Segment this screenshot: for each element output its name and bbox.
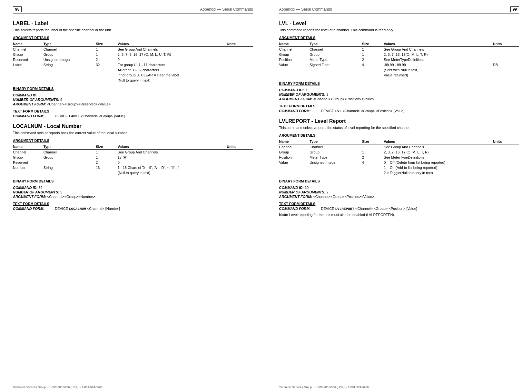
note-content: Level reporting for the unit must also b… <box>289 213 395 217</box>
lvl-arg-table: Name Type Size Values Units ChannelChann… <box>279 41 519 78</box>
label-binary-heading: BINARY FORM DETAILS <box>13 87 253 91</box>
table-row: ChannelChannel1See Group And Channels <box>13 47 253 52</box>
binary-arg-form-value2: <Channel><Group><Number> <box>47 195 95 199</box>
th-type-r1: Type <box>310 41 362 47</box>
localnum-binary-heading: BINARY FORM DETAILS <box>13 179 253 183</box>
page-right: Appendix — Serial Commands 99 LVL - Leve… <box>266 0 532 392</box>
page-footer-left: Technical Services Group ~ 1-800-283-593… <box>13 384 253 389</box>
cmd-keyword-localnum: LOCALNUM <box>69 207 86 211</box>
localnum-text-heading: TEXT FORM DETAILS <box>13 202 253 206</box>
page-title-right: Appendix — Serial Commands <box>279 7 332 12</box>
footer-text-right: Technical Services Group ~ 1-800-283-593… <box>279 386 369 389</box>
binary-arg-form-label: ARGUMENT FORM: <box>13 102 46 106</box>
table-row: Reserved20 <box>13 160 253 165</box>
binary-cmd-id-value-r2: 10 <box>305 186 309 190</box>
table-row: ReservedUnsigned Integer20 <box>13 57 253 62</box>
th-size-r1: Size <box>362 41 384 47</box>
text-form-value-r2: DEVICE LVLREPORT <Channel> <Group> <Posi… <box>321 207 417 211</box>
binary-num-args-label-r2: NUMBER OF ARGUMENTS: <box>279 190 326 194</box>
lvl-title: LVL - Level <box>279 21 519 26</box>
note-bold: Note: <box>279 213 289 217</box>
lvlreport-note: Note: Level reporting for the unit must … <box>279 213 519 217</box>
lvl-arg-heading: ARGUMENT DETAILS <box>279 36 519 40</box>
binary-cmd-id-value2: 59 <box>38 186 42 190</box>
th-values2: Values <box>118 144 227 150</box>
cmd-prefix-r1: DEVICE <box>321 109 335 113</box>
th-type: Type <box>44 41 96 47</box>
text-form-label-r2: COMMAND FORM: <box>279 207 321 211</box>
table-row: GroupGroup12, 3, 7, 9, 16, 17 (O, M, L, … <box>13 52 253 57</box>
page-header-right: Appendix — Serial Commands 99 <box>279 6 519 14</box>
label-arg-table: Name Type Size Values Units ChannelChann… <box>13 41 253 83</box>
binary-num-args-value2: 5 <box>60 190 62 194</box>
text-form-value: DEVICE LABEL <Channel> <Group> [Value] <box>55 114 125 118</box>
binary-arg-form-row-r1: ARGUMENT FORM: <Channel><Group><Position… <box>279 97 519 101</box>
lvlreport-binary-block: COMMAND ID: 10 NUMBER OF ARGUMENTS: 2 AR… <box>279 186 519 199</box>
binary-arg-form-row2: ARGUMENT FORM: <Channel><Group><Number> <box>13 195 253 199</box>
th-units2: Units <box>227 144 253 150</box>
localnum-text-form: COMMAND FORM: DEVICE LOCALNUM <Channel> … <box>13 207 253 211</box>
section-lvlreport: LVLREPORT - Level Report This command se… <box>279 118 519 217</box>
binary-cmd-id-label-r2: COMMAND ID: <box>279 186 304 190</box>
text-form-value-r1: DEVICE LVL <Channel> <Group> <Position> … <box>321 109 405 113</box>
localnum-binary-block: COMMAND ID: 59 NUMBER OF ARGUMENTS: 5 AR… <box>13 186 253 199</box>
table-row: ChannelChannel1See Group And Channels <box>13 150 253 155</box>
binary-num-args-row-r1: NUMBER OF ARGUMENTS: 2 <box>279 93 519 96</box>
footer-text-left: Technical Services Group ~ 1-800-283-593… <box>13 386 103 389</box>
binary-cmd-id-value-r1: 9 <box>305 88 307 92</box>
binary-cmd-id-value: 8 <box>38 93 40 97</box>
table-row: ValueUnsigned Integer40 = Off (Delete fr… <box>279 160 519 165</box>
binary-arg-form-label-r2: ARGUMENT FORM: <box>279 195 312 199</box>
binary-num-args-value-r2: 2 <box>326 190 328 194</box>
table-row: Value returned) <box>279 73 519 78</box>
lvl-desc: This command reports the level of a chan… <box>279 28 519 32</box>
table-row: PositionMeter Type2See MeterTypeDefiniti… <box>279 57 519 62</box>
table-row: 2 = Toggle(Null to query in text) <box>279 170 519 175</box>
binary-cmd-id-label: COMMAND ID: <box>13 93 37 97</box>
binary-num-args-label: NUMBER OF ARGUMENTS: <box>13 98 59 102</box>
text-form-label: COMMAND FORM: <box>13 114 55 118</box>
binary-num-args-label2: NUMBER OF ARGUMENTS: <box>13 190 59 194</box>
localnum-arg-heading: ARGUMENT DETAILS <box>13 139 253 142</box>
table-row: NumberString161 - 16 Chars of '0' - '9',… <box>13 165 253 170</box>
table-row: If not group U, CLEAR = clear the label <box>13 73 253 78</box>
binary-cmd-id-row-r1: COMMAND ID: 9 <box>279 88 519 92</box>
text-form-label2: COMMAND FORM: <box>13 207 55 211</box>
lvl-binary-block: COMMAND ID: 9 NUMBER OF ARGUMENTS: 2 ARG… <box>279 88 519 101</box>
section-label: LABEL - Label This selects/reports the l… <box>13 21 253 118</box>
binary-arg-form-label-r1: ARGUMENT FORM: <box>279 97 312 101</box>
cmd-keyword-lvl: LVL <box>335 109 342 113</box>
th-size-r2: Size <box>362 139 384 144</box>
localnum-desc: This command sets or reports back the cu… <box>13 131 253 135</box>
label-title: LABEL - Label <box>13 21 253 26</box>
binary-cmd-id-label-r1: COMMAND ID: <box>279 88 304 92</box>
lvlreport-binary-heading: BINARY FORM DETAILS <box>279 179 519 183</box>
binary-arg-form-value-r2: <Channel><Group><Position><Value> <box>313 195 374 199</box>
binary-arg-form-value-r1: <Channel><Group><Position><Value> <box>313 97 374 101</box>
table-row: All other, 1 - 32 characters <box>13 67 253 73</box>
th-name-r1: Name <box>279 41 310 47</box>
label-text-form: COMMAND FORM: DEVICE LABEL <Channel> <Gr… <box>13 114 253 118</box>
page-number-left: 98 <box>13 6 22 12</box>
cmd-suffix-r1: <Channel> <Group> <Position> [Value] <box>341 109 404 113</box>
cmd-suffix-r2: <Channel> <Group> <Position> [Value] <box>354 207 417 211</box>
binary-cmd-id-row-r2: COMMAND ID: 10 <box>279 186 519 190</box>
label-desc: This selects/reports the label of the sp… <box>13 28 253 32</box>
table-row: LabelString32For group U, 1 - 11 charact… <box>13 62 253 67</box>
lvlreport-title: LVLREPORT - Level Report <box>279 118 519 124</box>
table-row: GroupGroup12, 3, 7, 16, 17(O, M, L, T, R… <box>279 52 519 57</box>
table-row: (Null to query in text) <box>13 170 253 175</box>
binary-num-args-label-r1: NUMBER OF ARGUMENTS: <box>279 93 326 96</box>
th-name: Name <box>13 41 44 47</box>
th-size2: Size <box>96 144 118 150</box>
table-row: (Null to query in text) <box>13 78 253 83</box>
binary-arg-form-value: <Channel><Group><Reserved><Value> <box>47 102 111 106</box>
th-units: Units <box>227 41 253 47</box>
localnum-arg-table: Name Type Size Values Units ChannelChann… <box>13 144 253 175</box>
lvl-text-form: COMMAND FORM: DEVICE LVL <Channel> <Grou… <box>279 109 519 113</box>
binary-num-args-value-r1: 2 <box>326 93 328 96</box>
binary-num-args-value: 9 <box>60 98 62 102</box>
table-row: 1 = On (Add to list being reported) <box>279 165 519 170</box>
lvlreport-text-heading: TEXT FORM DETAILS <box>279 202 519 206</box>
page-footer-right: Technical Services Group ~ 1-800-283-593… <box>279 384 519 389</box>
